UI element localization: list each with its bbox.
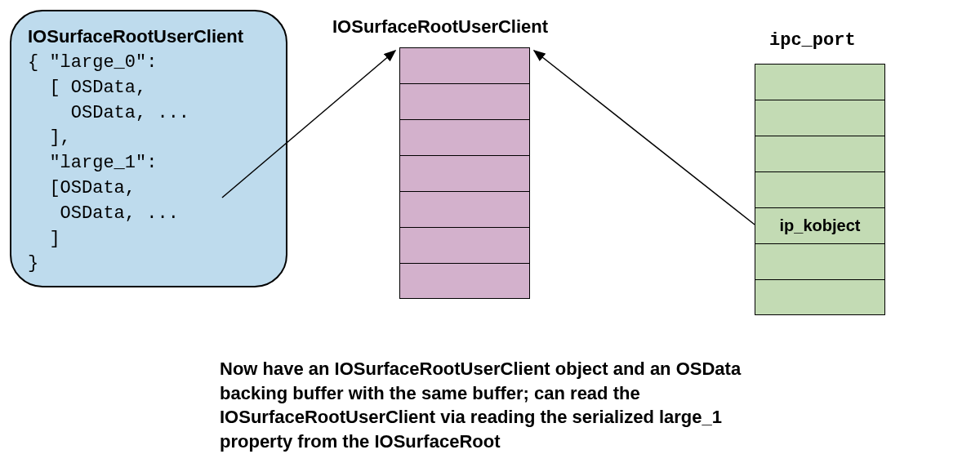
caption-text: Now have an IOSurfaceRootUserClient obje… (220, 357, 759, 454)
table-row (755, 243, 885, 279)
middle-title: IOSurfaceRootUserClient (332, 16, 548, 38)
table-row (399, 119, 530, 155)
table-row (399, 227, 530, 263)
left-title: IOSurfaceRootUserClient (28, 26, 270, 47)
right-title: ipc_port (769, 30, 856, 51)
ip-kobject-row: ip_kobject (755, 207, 885, 243)
table-row (399, 47, 530, 83)
table-row (399, 263, 530, 299)
left-code-box: IOSurfaceRootUserClient { "large_0": [ O… (10, 10, 287, 287)
table-row (399, 83, 530, 119)
table-row (755, 136, 885, 171)
middle-table (399, 47, 530, 299)
left-code: { "large_0": [ OSData, OSData, ... ], "l… (28, 51, 270, 277)
table-row (399, 191, 530, 227)
table-row (399, 155, 530, 191)
table-row (755, 64, 885, 100)
table-row (755, 279, 885, 315)
right-table: ip_kobject (755, 64, 885, 315)
table-row (755, 171, 885, 207)
arrow-right-to-middle (534, 51, 755, 225)
ip-kobject-label: ip_kobject (780, 216, 861, 235)
table-row (755, 100, 885, 136)
